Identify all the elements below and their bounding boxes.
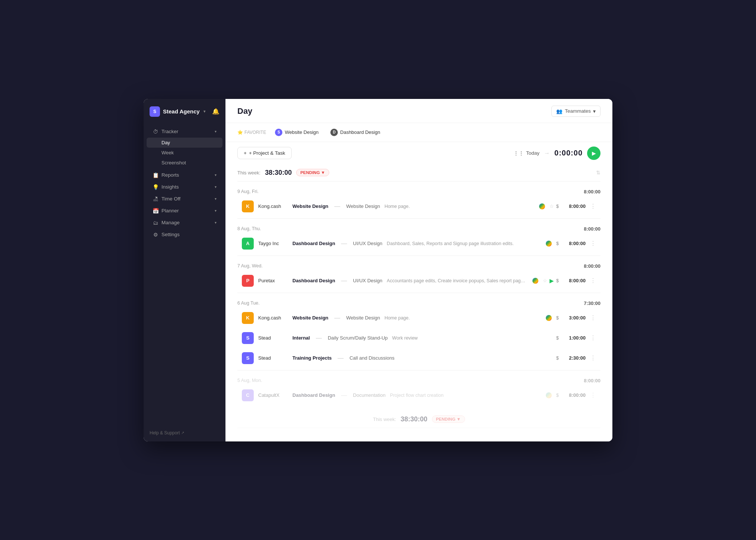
brand-name: Stead Agency — [163, 108, 200, 115]
timer-display: 0:00:00 — [554, 149, 583, 157]
date-header-aug9: 9 Aug, Fri. 8:00:00 — [237, 186, 600, 197]
avatar: S — [242, 332, 254, 344]
sidebar-item-screenshot[interactable]: Screenshot — [147, 158, 222, 168]
entry-task: Documentation — [353, 392, 385, 398]
billing-icon[interactable]: $ — [556, 355, 559, 361]
favorites-bar: ⭐ FAVORITE S Website Design D Dashboard … — [225, 123, 612, 142]
more-options-icon[interactable]: ⋮ — [590, 334, 596, 341]
table-row: A Taygo Inc Dashboard Design — UI/UX Des… — [237, 234, 600, 253]
date-header-aug6: 6 Aug Tue. 7:30:00 — [237, 298, 600, 308]
page-title: Day — [237, 106, 252, 116]
today-label: Today — [526, 150, 539, 156]
week-summary: This week: 38:30:00 PENDING ▼ ⇅ — [237, 164, 600, 181]
entry-actions: ☆ $ — [550, 203, 559, 209]
table-row: P Puretax Dashboard Design — UI/UX Desig… — [237, 271, 600, 290]
date-header-aug7: 7 Aug, Wed. 8:00:00 — [237, 260, 600, 271]
entry-project: Internal — [292, 335, 310, 341]
dash: — — [316, 335, 322, 341]
billing-icon[interactable]: $ — [556, 241, 559, 246]
sidebar-item-insights[interactable]: 💡 Insights ▾ — [147, 181, 222, 193]
sidebar-item-tracker[interactable]: ⏱ Tracker ▾ — [147, 126, 222, 138]
more-options-icon[interactable]: ⋮ — [590, 354, 596, 361]
bottom-pending-chevron-icon: ▼ — [457, 417, 461, 421]
timer-icon[interactable]: ☆ — [543, 278, 547, 283]
entry-description: Dashboard, Sales, Reports and Signup pag… — [387, 241, 541, 246]
brand-icon: S — [150, 106, 160, 117]
date-label-aug8: 8 Aug, Thu. — [237, 226, 261, 231]
entry-project: Training Projects — [292, 355, 331, 361]
more-options-icon[interactable]: ⋮ — [590, 392, 596, 399]
bookmark-icon[interactable]: ☆ — [550, 203, 554, 209]
sidebar-item-week[interactable]: Week — [147, 148, 222, 158]
billing-icon[interactable]: $ — [556, 335, 559, 341]
billing-icon[interactable]: $ — [556, 392, 559, 398]
brand[interactable]: S Stead Agency ▾ — [150, 106, 205, 117]
sidebar-item-day[interactable]: Day — [147, 138, 222, 148]
toolbar-right: ⋮⋮ Today → 0:00:00 ▶ — [513, 147, 600, 160]
timeoff-icon: 🏖 — [153, 196, 158, 202]
entry-project: Dashboard Design — [292, 241, 335, 246]
dash: — — [334, 315, 340, 321]
pending-badge[interactable]: PENDING ▼ — [296, 169, 329, 176]
toolbar: + + Project & Task ⋮⋮ Today → 0:00:00 ▶ — [225, 142, 612, 164]
avatar: C — [242, 389, 254, 401]
entry-actions: ☆ ▶ $ — [543, 277, 559, 284]
week-total: 38:30:00 — [265, 169, 292, 177]
sidebar-item-manage[interactable]: 🗂 Manage ▾ — [147, 217, 222, 229]
tracker-chevron-icon: ▾ — [215, 129, 217, 134]
billing-icon[interactable]: $ — [556, 203, 559, 209]
more-options-icon[interactable]: ⋮ — [590, 203, 596, 210]
reports-icon: 📋 — [153, 172, 158, 178]
sidebar-item-settings[interactable]: ⚙ Settings — [147, 229, 222, 241]
more-options-icon[interactable]: ⋮ — [590, 240, 596, 247]
help-support[interactable]: Help & Support ↗ — [144, 424, 225, 441]
planner-chevron-icon: ▾ — [215, 209, 217, 213]
insights-icon: 💡 — [153, 184, 158, 190]
sidebar-item-planner[interactable]: 📅 Planner ▾ — [147, 205, 222, 217]
sidebar-nav: ⏱ Tracker ▾ Day Week Screenshot 📋 Report… — [144, 123, 225, 424]
insights-label: Insights — [161, 184, 179, 190]
reports-chevron-icon: ▾ — [215, 173, 217, 177]
entry-time: 8:00:00 — [563, 278, 586, 283]
separator — [237, 255, 600, 256]
entry-task: UI/UX Design — [353, 241, 382, 246]
avatar: S — [242, 352, 254, 364]
favorites-label: ⭐ FAVORITE — [237, 130, 266, 135]
bottom-pending-badge[interactable]: PENDING ▼ — [432, 415, 465, 423]
play-button[interactable]: ▶ — [587, 147, 600, 160]
teammates-button[interactable]: 👥 Teammates ▾ — [551, 106, 600, 117]
favorite-website-design[interactable]: S Website Design — [272, 128, 321, 137]
planner-label: Planner — [161, 208, 179, 213]
google-calendar-icon — [532, 278, 538, 284]
date-label-aug9: 9 Aug, Fri. — [237, 189, 259, 194]
bottom-week-total: 38:30:00 — [401, 415, 427, 423]
billing-icon[interactable]: $ — [556, 278, 559, 283]
add-task-button[interactable]: + + Project & Task — [237, 147, 292, 159]
date-header-aug8: 8 Aug, Thu. 8:00:00 — [237, 223, 600, 234]
dash: — — [334, 203, 340, 210]
date-group-aug8: 8 Aug, Thu. 8:00:00 A Taygo Inc Dashboar… — [237, 223, 600, 253]
avatar: K — [242, 312, 254, 324]
bottom-week-summary: This week: 38:30:00 PENDING ▼ — [237, 411, 600, 428]
play-entry-icon[interactable]: ▶ — [550, 277, 554, 284]
tracker-section: ⏱ Tracker ▾ Day Week Screenshot — [144, 126, 225, 168]
dash: — — [341, 277, 347, 284]
notifications-icon[interactable]: 🔔 — [212, 108, 220, 115]
more-options-icon[interactable]: ⋮ — [590, 314, 596, 321]
collapse-icon[interactable]: ⇅ — [596, 170, 600, 176]
sidebar-item-reports[interactable]: 📋 Reports ▾ — [147, 169, 222, 181]
favorite-dashboard-design[interactable]: D Dashboard Design — [327, 128, 383, 137]
timeoff-label: Time Off — [161, 196, 180, 202]
date-group-aug5: 5 Aug, Mon. 8:00:00 C CatapultX Dashboar… — [237, 375, 600, 405]
today-button[interactable]: ⋮⋮ Today — [513, 150, 539, 156]
main-header: Day 👥 Teammates ▾ — [225, 99, 612, 123]
add-icon: + — [244, 150, 247, 156]
date-total-aug9: 8:00:00 — [584, 189, 600, 195]
billing-icon[interactable]: $ — [556, 315, 559, 321]
google-calendar-icon — [546, 241, 552, 247]
dash: — — [341, 392, 347, 399]
teammates-icon: 👥 — [556, 108, 563, 114]
sidebar-item-timeoff[interactable]: 🏖 Time Off ▾ — [147, 193, 222, 205]
more-options-icon[interactable]: ⋮ — [590, 277, 596, 284]
sidebar-header: S Stead Agency ▾ 🔔 — [144, 99, 225, 123]
